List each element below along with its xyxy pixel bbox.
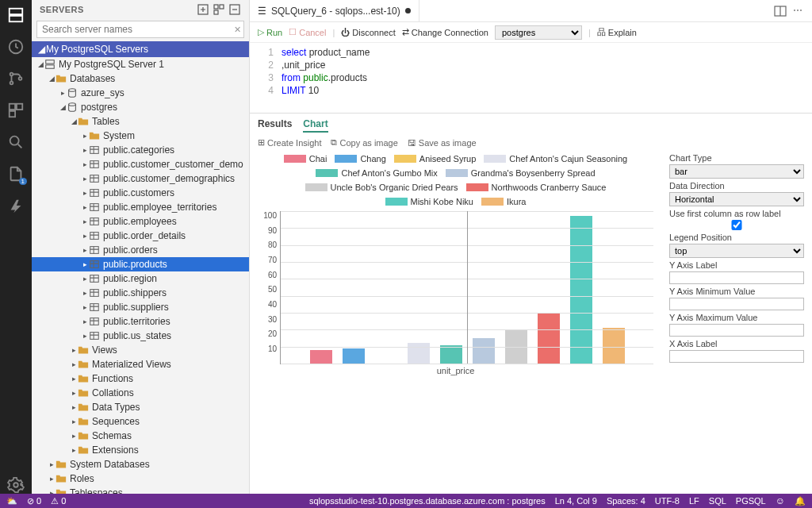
y-axis-label-input[interactable]	[669, 271, 804, 284]
tree-item[interactable]: ▸Functions	[32, 371, 249, 386]
folder-icon	[56, 473, 67, 484]
y-max-input[interactable]	[669, 324, 804, 337]
copy-image-button[interactable]: ⧉ Copy as image	[331, 137, 397, 148]
legend-swatch-icon	[484, 155, 506, 163]
tree-item[interactable]: ▸public.employee_territories	[32, 200, 249, 214]
status-provider[interactable]: PGSQL	[736, 496, 766, 506]
explorer-icon[interactable]	[7, 165, 25, 183]
legend-item: Chef Anton's Cajun Seasoning	[484, 154, 627, 164]
tree-item[interactable]: ▸public.orders	[32, 243, 249, 257]
status-language[interactable]: SQL	[709, 496, 726, 506]
tree-item[interactable]: ▸public.employees	[32, 214, 249, 229]
editor-tab[interactable]: ☰ SQLQuery_6 - sqlops...est-10)	[250, 0, 419, 21]
settings-gear-icon[interactable]	[7, 476, 25, 494]
tree-item[interactable]: ◢Databases	[32, 71, 249, 86]
status-warnings[interactable]: ⚠ 0	[51, 496, 66, 506]
tree-item[interactable]: ▸Extensions	[32, 443, 249, 457]
tree-item[interactable]: ◢Tables	[32, 114, 249, 129]
status-azure-icon[interactable]: ⛅	[6, 496, 17, 506]
tree-item[interactable]: ▸public.products	[32, 257, 249, 271]
chart-yaxis: 100908070605040302010	[258, 211, 280, 364]
notifications-icon[interactable]: 🔔	[795, 496, 806, 506]
legend-swatch-icon	[446, 169, 468, 177]
legend-swatch-icon	[466, 183, 488, 191]
cancel-button[interactable]: ☐ Cancel	[289, 27, 326, 37]
new-group-icon[interactable]	[213, 3, 225, 16]
database-select[interactable]: postgres	[495, 25, 582, 40]
tree-item[interactable]: ▸Sequences	[32, 414, 249, 429]
collapse-icon[interactable]	[228, 3, 241, 16]
chart-type-select[interactable]: bar	[669, 164, 804, 179]
servers-icon[interactable]	[7, 6, 25, 24]
tree-item[interactable]: ▸public.order_details	[32, 229, 249, 243]
save-image-button[interactable]: 🖫 Save as image	[408, 137, 477, 148]
status-errors[interactable]: ⊘ 0	[27, 496, 41, 506]
change-connection-button[interactable]: ⇄ Change Connection	[402, 27, 488, 37]
status-eol[interactable]: LF	[689, 496, 699, 506]
history-icon[interactable]	[7, 38, 25, 56]
x-axis-label-input[interactable]	[669, 350, 804, 363]
new-connection-icon[interactable]	[197, 3, 209, 16]
folder-icon	[78, 373, 89, 384]
use-first-col-checkbox[interactable]	[669, 220, 804, 230]
tree-item[interactable]: ▸Data Types	[32, 400, 249, 414]
folder-icon	[89, 130, 100, 141]
tree-item[interactable]: ▸Roles	[32, 471, 249, 486]
folder-icon	[78, 430, 89, 441]
feedback-icon[interactable]: ☺	[776, 495, 785, 506]
tree-item[interactable]: ▸Views	[32, 343, 249, 357]
status-connection[interactable]: sqlopsstudio-test-10.postgres.database.a…	[309, 496, 546, 506]
tree-item[interactable]: ▸System	[32, 129, 249, 143]
folder-icon	[78, 387, 89, 398]
legend-position-select[interactable]: top	[669, 244, 804, 258]
statusbar: ⛅ ⊘ 0 ⚠ 0 sqlopsstudio-test-10.postgres.…	[0, 494, 812, 508]
svg-rect-1	[10, 16, 23, 21]
source-control-icon[interactable]	[7, 70, 25, 87]
search-input[interactable]	[36, 21, 244, 38]
run-button[interactable]: ▷ Run	[258, 27, 282, 37]
table-icon	[89, 216, 100, 227]
folder-icon	[56, 487, 67, 494]
split-editor-icon[interactable]	[774, 5, 787, 17]
azure-icon[interactable]	[7, 197, 25, 214]
tree-item[interactable]: ▸public.us_states	[32, 329, 249, 343]
tree-item[interactable]: ▸System Databases	[32, 457, 249, 471]
tree-item[interactable]: ▸public.shippers	[32, 286, 249, 300]
status-spaces[interactable]: Spaces: 4	[607, 496, 645, 506]
tree-item[interactable]: ▸public.categories	[32, 143, 249, 157]
object-explorer-tree[interactable]: ◢My PostgreSQL Server 1◢Databases▸azure_…	[32, 57, 249, 494]
clear-search-icon[interactable]: ✕	[234, 25, 241, 35]
tree-item[interactable]: ▸public.suppliers	[32, 300, 249, 314]
tree-item[interactable]: ▸azure_sys	[32, 86, 249, 100]
extensions-icon[interactable]	[7, 102, 25, 119]
tree-item[interactable]: ▸public.customer_customer_demo	[32, 157, 249, 171]
server-group-header[interactable]: ◢My PostgreSQL Servers	[32, 41, 249, 57]
tree-item[interactable]: ▸public.customer_demographics	[32, 171, 249, 186]
status-position[interactable]: Ln 4, Col 9	[555, 496, 597, 506]
sql-file-icon: ☰	[258, 6, 266, 17]
svg-rect-12	[214, 5, 218, 9]
tree-item[interactable]: ▸Schemas	[32, 429, 249, 443]
tree-item[interactable]: ◢My PostgreSQL Server 1	[32, 57, 249, 71]
tree-item[interactable]: ▸public.customers	[32, 186, 249, 200]
disconnect-button[interactable]: ⏻ Disconnect	[341, 28, 395, 37]
tree-item[interactable]: ▸public.territories	[32, 314, 249, 329]
y-min-input[interactable]	[669, 298, 804, 310]
folder-icon	[78, 344, 89, 356]
search-icon[interactable]	[7, 133, 25, 151]
results-tab[interactable]: Results	[258, 117, 292, 133]
status-encoding[interactable]: UTF-8	[655, 496, 680, 506]
sql-editor[interactable]: 1234 select product_name,unit_pricefrom …	[250, 43, 812, 113]
data-direction-select[interactable]: Horizontal	[669, 192, 804, 206]
tree-item[interactable]: ▸Materialized Views	[32, 357, 249, 371]
explain-button[interactable]: 品 Explain	[597, 26, 637, 38]
more-icon[interactable]: ⋯	[793, 5, 806, 17]
tree-item[interactable]: ▸Tablespaces	[32, 486, 249, 494]
tree-item[interactable]: ◢postgres	[32, 100, 249, 114]
chart-tab[interactable]: Chart	[303, 117, 327, 133]
chart-bar	[343, 348, 365, 364]
tree-item[interactable]: ▸Collations	[32, 386, 249, 400]
table-icon	[89, 273, 100, 284]
create-insight-button[interactable]: ⊞ Create Insight	[258, 137, 321, 148]
tree-item[interactable]: ▸public.region	[32, 271, 249, 286]
